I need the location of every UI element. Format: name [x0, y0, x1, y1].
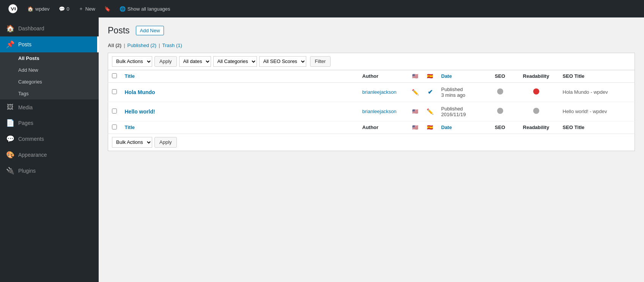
bulk-actions-select[interactable]: Bulk Actions: [112, 56, 152, 67]
filter-all-label: All (2): [108, 43, 121, 48]
posts-filter-nav: All (2) | Published (2) | Trash (1): [108, 43, 635, 48]
language-icon: 🌐: [120, 6, 126, 12]
col-footer-title[interactable]: Title: [121, 121, 359, 134]
add-new-button[interactable]: Add New: [136, 26, 164, 35]
sidebar-item-appearance[interactable]: 🎨 Appearance: [0, 147, 99, 163]
adminbar-new-label: New: [85, 6, 95, 12]
col-footer-check: [108, 121, 121, 134]
row-seotitle-cell: Hello world! - wpdev: [559, 102, 635, 121]
plugins-icon: 🔌: [6, 167, 14, 175]
all-seo-scores-select[interactable]: All SEO Scores: [259, 56, 306, 67]
sidebar-item-dashboard-label: Dashboard: [18, 25, 44, 32]
submenu-all-posts[interactable]: All Posts: [0, 52, 99, 64]
bulk-actions-select-bottom[interactable]: Bulk Actions: [112, 137, 152, 148]
table-row: Hello world! brianleejackson 🇺🇸 ✏️ Publi…: [108, 102, 635, 121]
row-author-cell: brianleejackson: [359, 82, 408, 102]
table-header-row: Title Author 🇺🇸 🇪🇸 Date SEO Readability …: [108, 70, 635, 82]
col-footer-date[interactable]: Date: [438, 121, 487, 134]
date-status: Published: [441, 106, 463, 112]
filter-button[interactable]: Filter: [310, 56, 331, 67]
adminbar-wp-logo[interactable]: [4, 0, 22, 17]
submenu-categories[interactable]: Categories: [0, 76, 99, 88]
sidebar-item-plugins-label: Plugins: [18, 168, 36, 174]
pages-icon: 📄: [6, 119, 14, 127]
col-header-flag-en: 🇺🇸: [408, 70, 423, 82]
sidebar-item-comments[interactable]: 💬 Comments: [0, 131, 99, 147]
row-date-cell: Published 3 mins ago: [438, 82, 487, 102]
row-checkbox[interactable]: [112, 89, 117, 94]
filter-all: All (2) |: [108, 43, 128, 48]
posts-table: Title Author 🇺🇸 🇪🇸 Date SEO Readability …: [108, 70, 635, 134]
col-footer-seo: SEO: [487, 121, 513, 134]
all-dates-select[interactable]: All dates: [179, 56, 211, 67]
col-header-date[interactable]: Date: [438, 70, 487, 82]
row-seo-cell: [487, 82, 513, 102]
adminbar-new[interactable]: ＋ New: [75, 0, 99, 17]
filter-published-link[interactable]: Published (2): [128, 43, 157, 48]
title-sort-link[interactable]: Title: [125, 73, 135, 79]
row-flag2-cell: ✔: [423, 82, 438, 102]
sidebar-item-media[interactable]: 🖼 Media: [0, 99, 99, 115]
comments-icon: 💬: [6, 135, 14, 143]
yoast-icon: 🔖: [104, 6, 110, 12]
col-header-title[interactable]: Title: [121, 70, 359, 82]
row-flag1-cell: 🇺🇸: [408, 102, 423, 121]
sep2: |: [159, 43, 160, 48]
author-link[interactable]: brianleejackson: [362, 109, 397, 114]
submenu-tags-label: Tags: [18, 91, 28, 96]
submenu-all-posts-label: All Posts: [18, 55, 39, 61]
row-flag1-cell: ✏️: [408, 82, 423, 102]
sidebar-item-pages[interactable]: 📄 Pages: [0, 115, 99, 131]
adminbar-languages[interactable]: 🌐 Show all languages: [116, 0, 174, 17]
adminbar-site[interactable]: 🏠 wpdev: [24, 0, 54, 17]
post-title-link[interactable]: Hello world!: [125, 109, 155, 115]
adminbar-comments[interactable]: 💬 0: [55, 0, 73, 17]
adminbar-yoast[interactable]: 🔖: [101, 0, 114, 17]
row-checkbox-cell: [108, 102, 121, 121]
post-title-link[interactable]: Hola Mundo: [125, 89, 155, 95]
posts-submenu: All Posts Add New Categories Tags: [0, 52, 99, 99]
pencil-icon[interactable]: ✏️: [427, 108, 434, 115]
date-sort-link-footer[interactable]: Date: [441, 124, 452, 130]
date-value: 2016/11/19: [441, 112, 466, 117]
submenu-add-new[interactable]: Add New: [0, 64, 99, 76]
row-author-cell: brianleejackson: [359, 102, 408, 121]
check-icon: ✔: [428, 89, 433, 95]
submenu-tags[interactable]: Tags: [0, 88, 99, 99]
filter-published: Published (2) |: [128, 43, 162, 48]
filter-trash-link[interactable]: Trash (1): [162, 43, 182, 48]
row-checkbox[interactable]: [112, 109, 117, 113]
date-sort-link[interactable]: Date: [441, 73, 452, 79]
row-checkbox-cell: [108, 82, 121, 102]
adminbar-comments-count: 0: [67, 6, 69, 12]
sep1: |: [124, 43, 125, 48]
submenu-add-new-label: Add New: [18, 67, 38, 73]
sidebar: 🏠 Dashboard 📌 Posts All Posts Add New Ca…: [0, 17, 99, 282]
readability-dot: [533, 108, 539, 114]
apply-button-bottom[interactable]: Apply: [154, 137, 177, 148]
sidebar-item-posts[interactable]: 📌 Posts: [0, 36, 99, 52]
select-all-checkbox-bottom[interactable]: [112, 124, 117, 129]
row-title-cell: Hola Mundo: [121, 82, 359, 102]
sidebar-item-comments-label: Comments: [18, 136, 44, 142]
select-all-checkbox[interactable]: [112, 73, 117, 78]
comment-icon: 💬: [59, 6, 65, 12]
pencil-icon[interactable]: ✏️: [412, 89, 419, 95]
author-link[interactable]: brianleejackson: [362, 89, 397, 95]
col-footer-flag-en: 🇺🇸: [408, 121, 423, 134]
col-header-readability: Readability: [513, 70, 559, 82]
all-categories-select[interactable]: All Categories: [213, 56, 257, 67]
page-title: Posts: [108, 25, 130, 36]
adminbar-site-name: wpdev: [35, 6, 50, 12]
bottom-filter-bar: Bulk Actions Apply: [108, 134, 635, 151]
col-header-author: Author: [359, 70, 408, 82]
col-header-seo: SEO: [487, 70, 513, 82]
title-sort-link-footer[interactable]: Title: [125, 124, 135, 130]
seo-score-dot: [497, 88, 503, 95]
sidebar-item-plugins[interactable]: 🔌 Plugins: [0, 163, 99, 179]
apply-button-top[interactable]: Apply: [154, 56, 177, 67]
sidebar-item-pages-label: Pages: [18, 120, 33, 126]
plus-icon: ＋: [79, 5, 83, 12]
sidebar-item-posts-label: Posts: [18, 41, 31, 47]
sidebar-item-dashboard[interactable]: 🏠 Dashboard: [0, 20, 99, 36]
